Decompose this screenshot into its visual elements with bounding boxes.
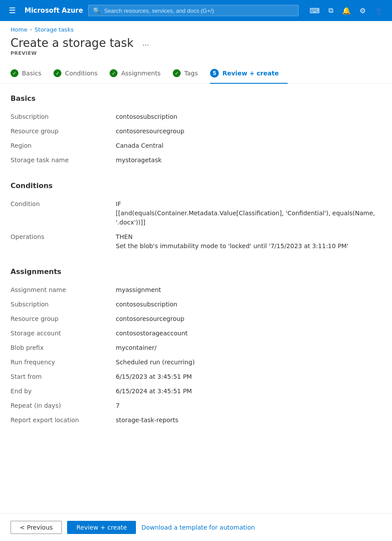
cloud-shell-button[interactable]: ⌨: [306, 4, 323, 18]
operations-then: THEN: [116, 232, 349, 242]
field-blob-prefix-value: mycontainer/: [116, 343, 157, 352]
field-condition: Condition IF [[and(equals(Container.Meta…: [11, 197, 381, 230]
field-storage-task-name-value: mystoragetask: [116, 156, 162, 165]
field-assignment-name: Assignment name myassignment: [11, 283, 381, 297]
settings-button[interactable]: ⚙: [356, 4, 369, 18]
assignments-section-title: Assignments: [11, 267, 381, 276]
notifications-button[interactable]: 🔔: [339, 4, 354, 18]
field-blob-prefix-label: Blob prefix: [11, 343, 116, 351]
download-template-link[interactable]: Download a template for automation: [141, 524, 255, 531]
breadcrumb: Home › Storage tasks: [0, 21, 392, 33]
step-conditions-label: Conditions: [65, 70, 97, 77]
field-subscription: Subscription contososubscription: [11, 110, 381, 124]
more-options-button[interactable]: ...: [139, 38, 153, 49]
field-region: Region Canada Central: [11, 139, 381, 153]
page-wrapper: Home › Storage tasks Create a storage ta…: [0, 21, 392, 541]
field-region-value: Canada Central: [116, 141, 164, 150]
step-conditions[interactable]: ✓ Conditions: [53, 64, 106, 84]
condition-expr: [[and(equals(Container.Metadata.Value[Cl…: [116, 209, 381, 227]
top-navigation: ☰ Microsoft Azure 🔍 ⌨ ⧉ 🔔 ⚙ 👤: [0, 0, 392, 21]
field-start-from-label: Start from: [11, 372, 116, 380]
field-report-export-value: storage-task-reports: [116, 416, 178, 425]
condition-if: IF: [116, 199, 381, 209]
search-input[interactable]: [104, 7, 294, 14]
preview-badge: PREVIEW: [0, 50, 392, 63]
field-subscription-value: contososubscription: [116, 112, 177, 121]
field-end-by: End by 6/15/2024 at 3:45:51 PM: [11, 384, 381, 399]
page-header: Create a storage task ...: [0, 33, 392, 50]
step-review-number: 5: [210, 69, 219, 78]
assignments-section: Assignments Assignment name myassignment…: [11, 267, 381, 427]
field-assign-subscription: Subscription contososubscription: [11, 297, 381, 312]
breadcrumb-home[interactable]: Home: [11, 26, 27, 33]
conditions-section: Conditions Condition IF [[and(equals(Con…: [11, 182, 381, 253]
field-condition-label: Condition: [11, 199, 116, 207]
step-tags-check-icon: ✓: [173, 69, 181, 77]
step-review[interactable]: 5 Review + create: [210, 64, 287, 84]
field-condition-value: IF [[and(equals(Container.Metadata.Value…: [116, 199, 381, 227]
field-assign-resource-group: Resource group contosoresourcegroup: [11, 312, 381, 326]
conditions-section-title: Conditions: [11, 182, 381, 190]
main-content: Basics Subscription contososubscription …: [0, 84, 392, 513]
azure-logo: Microsoft Azure: [25, 7, 83, 14]
field-report-export-label: Report export location: [11, 416, 116, 424]
field-report-export: Report export location storage-task-repo…: [11, 413, 381, 427]
field-resource-group-value: contosoresourcegroup: [116, 127, 184, 136]
field-assign-subscription-value: contososubscription: [116, 300, 177, 309]
step-assignments-check-icon: ✓: [110, 69, 118, 77]
step-conditions-check-icon: ✓: [53, 69, 61, 77]
field-assignment-name-label: Assignment name: [11, 285, 116, 293]
step-basics[interactable]: ✓ Basics: [11, 64, 50, 84]
operations-text: Set the blob's immutability mode to 'loc…: [116, 242, 349, 251]
field-operations: Operations THEN Set the blob's immutabil…: [11, 230, 381, 253]
step-assignments-label: Assignments: [121, 70, 160, 77]
field-storage-task-name-label: Storage task name: [11, 156, 116, 164]
step-review-label: Review + create: [222, 70, 278, 77]
field-repeat-days-value: 7: [116, 401, 120, 410]
field-start-from: Start from 6/15/2023 at 3:45:51 PM: [11, 370, 381, 384]
step-basics-label: Basics: [22, 70, 41, 77]
page-title: Create a storage task: [11, 36, 134, 50]
field-repeat-days-label: Repeat (in days): [11, 401, 116, 409]
search-icon: 🔍: [93, 7, 100, 14]
field-region-label: Region: [11, 141, 116, 149]
field-blob-prefix: Blob prefix mycontainer/: [11, 341, 381, 355]
field-storage-account: Storage account contosostorageaccount: [11, 326, 381, 341]
field-subscription-label: Subscription: [11, 112, 116, 120]
field-operations-label: Operations: [11, 232, 116, 240]
field-end-by-label: End by: [11, 387, 116, 395]
footer: < Previous Review + create Download a te…: [0, 513, 392, 541]
breadcrumb-sep-1: ›: [30, 27, 32, 32]
field-resource-group-label: Resource group: [11, 127, 116, 135]
step-tags[interactable]: ✓ Tags: [173, 64, 207, 84]
breadcrumb-storage-tasks[interactable]: Storage tasks: [35, 26, 74, 33]
field-operations-value: THEN Set the blob's immutability mode to…: [116, 232, 349, 251]
basics-section: Basics Subscription contososubscription …: [11, 94, 381, 167]
field-resource-group: Resource group contosoresourcegroup: [11, 124, 381, 139]
field-run-frequency-label: Run frequency: [11, 358, 116, 366]
field-storage-task-name: Storage task name mystoragetask: [11, 153, 381, 167]
topnav-icon-group: ⌨ ⧉ 🔔 ⚙ 👤: [306, 4, 387, 18]
step-tags-label: Tags: [184, 70, 198, 77]
field-start-from-value: 6/15/2023 at 3:45:51 PM: [116, 372, 192, 381]
search-bar[interactable]: 🔍: [88, 5, 299, 16]
field-assign-subscription-label: Subscription: [11, 300, 116, 308]
field-repeat-days: Repeat (in days) 7: [11, 399, 381, 413]
account-button[interactable]: 👤: [371, 4, 387, 18]
field-assignment-name-value: myassignment: [116, 285, 161, 295]
field-run-frequency-value: Scheduled run (recurring): [116, 358, 195, 367]
steps-bar: ✓ Basics ✓ Conditions ✓ Assignments ✓ Ta…: [0, 63, 392, 84]
portal-settings-button[interactable]: ⧉: [325, 4, 337, 17]
field-assign-resource-group-label: Resource group: [11, 314, 116, 322]
hamburger-menu-button[interactable]: ☰: [5, 4, 19, 17]
previous-button[interactable]: < Previous: [11, 521, 62, 534]
field-storage-account-value: contosostorageaccount: [116, 329, 188, 338]
field-assign-resource-group-value: contosoresourcegroup: [116, 314, 184, 324]
review-create-button[interactable]: Review + create: [67, 521, 136, 534]
field-storage-account-label: Storage account: [11, 329, 116, 337]
step-assignments[interactable]: ✓ Assignments: [110, 64, 169, 84]
field-end-by-value: 6/15/2024 at 3:45:51 PM: [116, 387, 192, 396]
basics-section-title: Basics: [11, 94, 381, 103]
step-basics-check-icon: ✓: [11, 69, 18, 77]
field-run-frequency: Run frequency Scheduled run (recurring): [11, 355, 381, 370]
